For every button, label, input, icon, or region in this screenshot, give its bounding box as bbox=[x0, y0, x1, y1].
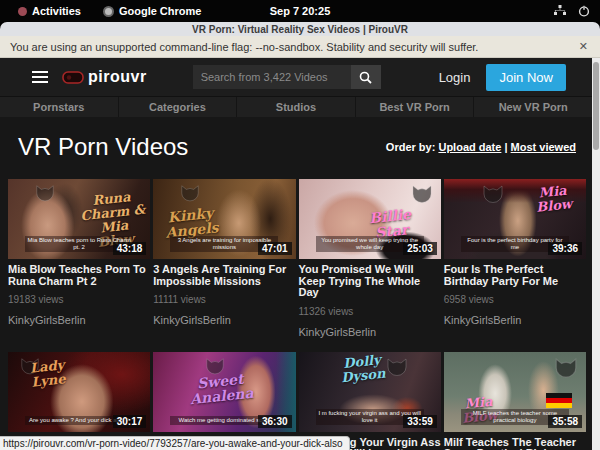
power-icon[interactable] bbox=[578, 5, 590, 17]
video-thumbnail[interactable]: Dolly Dyson I m fucking your virgin ass … bbox=[299, 352, 441, 432]
cat-logo-icon bbox=[481, 183, 505, 207]
nav-item-pornstars[interactable]: Pornstars bbox=[0, 97, 119, 117]
login-link[interactable]: Login bbox=[439, 70, 471, 85]
view-count: 11326 views bbox=[299, 306, 441, 317]
german-flag bbox=[546, 393, 572, 408]
nav-item-new-vr-porn[interactable]: New VR Porn bbox=[474, 97, 592, 117]
vertical-scrollbar[interactable] bbox=[592, 58, 600, 450]
video-thumbnail[interactable]: Kinky Angels 3 Angels are training for i… bbox=[153, 179, 295, 259]
hamburger-menu-icon[interactable] bbox=[32, 68, 48, 86]
nav-item-best-vr-porn[interactable]: Best VR Porn bbox=[356, 97, 475, 117]
search-bar bbox=[193, 65, 381, 89]
order-upload-date-link[interactable]: Upload date bbox=[438, 141, 501, 153]
logo-text: pirouvr bbox=[88, 68, 147, 86]
video-thumbnail[interactable]: Mia Blow MILF teaches the teacher some p… bbox=[444, 352, 586, 432]
view-count: 19183 views bbox=[8, 294, 150, 305]
video-title[interactable]: Mia Blow Teaches Porn To Runa Charm Pt 2 bbox=[8, 264, 150, 287]
search-button[interactable] bbox=[351, 65, 381, 89]
close-icon[interactable]: ✕ bbox=[579, 40, 588, 53]
studio-link[interactable]: KinkyGirlsBerlin bbox=[8, 314, 150, 326]
thumbnail-model-name: Sweet Analena bbox=[186, 370, 257, 407]
duration-badge: 35:58 bbox=[548, 415, 582, 428]
video-title[interactable]: You Promised We Will Keep Trying The Who… bbox=[299, 264, 441, 299]
studio-link[interactable]: KinkyGirlsBerlin bbox=[153, 314, 295, 326]
video-thumbnail[interactable]: Mia Blow Four is the perfect birthday pa… bbox=[444, 179, 586, 259]
thumbnail-model-name: Lady Lyne bbox=[17, 356, 79, 390]
tab-title: VR Porn: Virtual Reality Sex Videos | Pi… bbox=[192, 24, 408, 35]
chrome-icon bbox=[103, 6, 114, 17]
video-card: Runa Charm & Mia Blow Mia Blow teaches p… bbox=[8, 179, 150, 338]
cat-logo-icon bbox=[179, 183, 201, 205]
video-card: Billie Star You promised we will keep tr… bbox=[299, 179, 441, 338]
duration-badge: 36:30 bbox=[258, 415, 292, 428]
web-content: pirouvr Login Join Now Pornstars Categor… bbox=[0, 58, 592, 450]
warning-infobar: You are using an unsupported command-lin… bbox=[0, 36, 600, 58]
system-top-bar: Activities Google Chrome Sep 7 20:25 bbox=[0, 0, 600, 22]
order-by: Order by: Upload date | Most viewed bbox=[386, 141, 576, 153]
duration-badge: 43:18 bbox=[113, 242, 147, 255]
scrollbar-thumb[interactable] bbox=[593, 62, 599, 150]
video-thumbnail[interactable]: Runa Charm & Mia Blow Mia Blow teaches p… bbox=[8, 179, 150, 259]
status-url-bubble: https://pirouvr.com/vr-porn-video/779325… bbox=[0, 436, 350, 450]
video-title[interactable]: Milf Teaches The Teacher Some Practical … bbox=[444, 437, 586, 450]
order-by-label: Order by: bbox=[386, 141, 436, 153]
video-thumbnail[interactable]: Billie Star You promised we will keep tr… bbox=[299, 179, 441, 259]
video-grid: Runa Charm & Mia Blow Mia Blow teaches p… bbox=[0, 161, 592, 450]
site-header: pirouvr Login Join Now bbox=[0, 58, 592, 96]
order-most-viewed-link[interactable]: Most viewed bbox=[511, 141, 576, 153]
duration-badge: 33:59 bbox=[403, 415, 437, 428]
thumbnail-model-name: Dolly Dyson bbox=[328, 352, 396, 387]
page-heading-row: VR Porn Videos Order by: Upload date | M… bbox=[0, 117, 592, 161]
join-now-button[interactable]: Join Now bbox=[486, 64, 565, 91]
warning-text: You are using an unsupported command-lin… bbox=[10, 41, 478, 53]
video-card: Mia Blow MILF teaches the teacher some p… bbox=[444, 352, 586, 450]
app-menu-button[interactable]: Google Chrome bbox=[95, 0, 210, 22]
view-count: 6958 views bbox=[444, 294, 586, 305]
distro-icon bbox=[18, 7, 27, 16]
cat-logo-icon bbox=[553, 356, 579, 382]
activities-label: Activities bbox=[32, 5, 81, 17]
nav-item-studios[interactable]: Studios bbox=[237, 97, 356, 117]
studio-link[interactable]: KinkyGirlsBerlin bbox=[444, 314, 586, 326]
view-count: 11111 views bbox=[153, 294, 295, 305]
main-nav: Pornstars Categories Studios Best VR Por… bbox=[0, 96, 592, 117]
video-title[interactable]: Four Is The Perfect Birthday Party For M… bbox=[444, 264, 586, 287]
video-card: Kinky Angels 3 Angels are training for i… bbox=[153, 179, 295, 338]
browser-titlebar[interactable]: VR Porn: Virtual Reality Sex Videos | Pi… bbox=[0, 22, 600, 36]
video-title[interactable]: 3 Angels Are Training For Impossible Mis… bbox=[153, 264, 295, 287]
desktop: Activities Google Chrome Sep 7 20:25 VR … bbox=[0, 0, 600, 450]
video-thumbnail[interactable]: Lady Lyne Are you awake ? And your dick … bbox=[8, 352, 150, 432]
site-logo[interactable]: pirouvr bbox=[62, 68, 147, 86]
page-title: VR Porn Videos bbox=[18, 133, 188, 161]
activities-button[interactable]: Activities bbox=[10, 0, 89, 22]
order-separator: | bbox=[504, 141, 507, 153]
video-thumbnail[interactable]: Sweet Analena Watch me getting dominated… bbox=[153, 352, 295, 432]
network-icon[interactable] bbox=[554, 5, 566, 17]
search-icon bbox=[359, 71, 372, 84]
search-input[interactable] bbox=[193, 65, 351, 89]
studio-link[interactable]: KinkyGirlsBerlin bbox=[299, 326, 441, 338]
thumbnail-model-name: Mia Blow bbox=[524, 182, 584, 216]
duration-badge: 30:17 bbox=[113, 415, 147, 428]
duration-badge: 39:36 bbox=[548, 242, 582, 255]
video-card: Mia Blow Four is the perfect birthday pa… bbox=[444, 179, 586, 338]
duration-badge: 47:01 bbox=[258, 242, 292, 255]
nav-item-categories[interactable]: Categories bbox=[119, 97, 238, 117]
vr-headset-icon bbox=[62, 71, 84, 84]
app-name-label: Google Chrome bbox=[119, 5, 202, 17]
duration-badge: 25:03 bbox=[403, 242, 437, 255]
cat-logo-icon bbox=[34, 183, 56, 205]
cat-logo-icon bbox=[410, 183, 434, 207]
